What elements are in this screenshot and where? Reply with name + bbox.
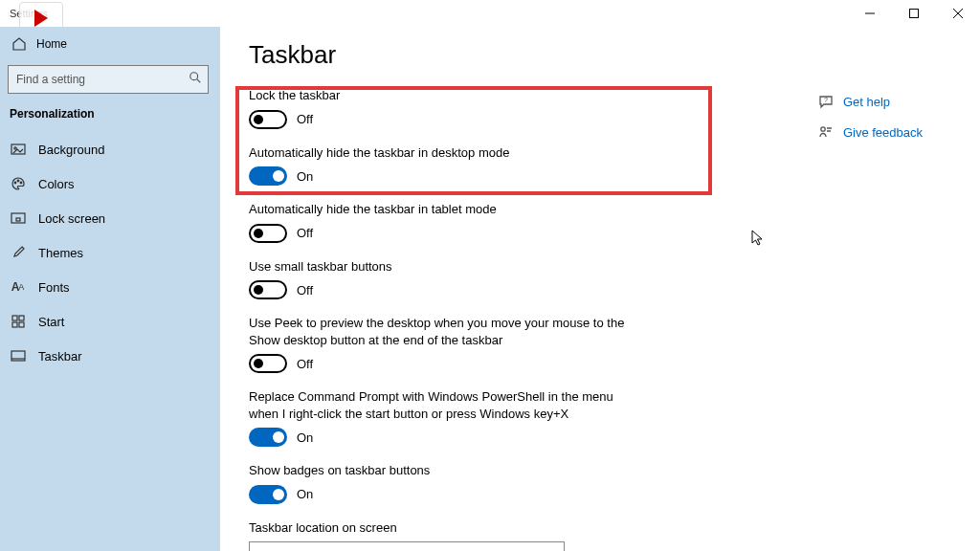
sidebar-item-lockscreen[interactable]: Lock screen bbox=[8, 201, 212, 235]
svg-point-7 bbox=[14, 147, 16, 149]
toggle-state: On bbox=[297, 169, 313, 184]
svg-text:?: ? bbox=[824, 97, 828, 103]
chat-help-icon: ? bbox=[818, 94, 834, 109]
svg-rect-15 bbox=[12, 322, 17, 327]
toggle-state: Off bbox=[297, 226, 313, 240]
sidebar-item-colors[interactable]: Colors bbox=[8, 166, 212, 201]
dropdown-taskbar-location[interactable]: Bottom bbox=[249, 541, 565, 551]
svg-rect-1 bbox=[910, 10, 919, 18]
svg-point-9 bbox=[17, 180, 19, 182]
feedback-icon bbox=[818, 124, 834, 140]
home-icon bbox=[10, 34, 29, 54]
help-link-label: Give feedback bbox=[843, 125, 923, 140]
toggle-state: Off bbox=[297, 283, 313, 298]
brush-icon bbox=[10, 244, 27, 261]
setting-label: Automatically hide the taskbar in tablet… bbox=[249, 201, 632, 218]
start-icon bbox=[10, 313, 27, 330]
setting-autohide-desktop: Automatically hide the taskbar in deskto… bbox=[249, 144, 632, 187]
setting-powershell: Replace Command Prompt with Windows Powe… bbox=[249, 388, 632, 447]
help-panel: ? Get help Give feedback bbox=[818, 94, 923, 140]
sidebar-item-label: Start bbox=[38, 315, 64, 329]
taskbar-icon bbox=[10, 347, 27, 364]
sidebar-item-label: Background bbox=[38, 143, 104, 157]
sidebar-item-fonts[interactable]: AA Fonts bbox=[8, 270, 212, 304]
setting-small-buttons: Use small taskbar buttons Off bbox=[249, 258, 632, 300]
sidebar-item-start[interactable]: Start bbox=[8, 304, 212, 339]
help-link-label: Get help bbox=[843, 95, 890, 109]
toggle-lock-taskbar[interactable] bbox=[249, 110, 287, 129]
image-icon bbox=[10, 141, 27, 158]
page-title: Taskbar bbox=[249, 40, 951, 70]
category-title: Personalization bbox=[10, 107, 212, 121]
sidebar-item-label: Taskbar bbox=[38, 349, 82, 364]
search-icon bbox=[189, 71, 202, 88]
sidebar-item-label: Colors bbox=[38, 177, 75, 191]
settings-window: SUBSCRIBE Settings Home bbox=[0, 0, 980, 551]
svg-rect-12 bbox=[16, 218, 20, 221]
setting-label: Show badges on taskbar buttons bbox=[249, 462, 632, 479]
toggle-state: On bbox=[297, 487, 313, 501]
svg-point-10 bbox=[20, 182, 22, 184]
maximize-button[interactable] bbox=[892, 0, 936, 27]
svg-rect-13 bbox=[12, 316, 17, 320]
svg-point-8 bbox=[14, 182, 16, 184]
sidebar-item-background[interactable]: Background bbox=[8, 132, 212, 166]
fonts-icon: AA bbox=[10, 278, 27, 296]
toggle-small-buttons[interactable] bbox=[249, 280, 287, 299]
svg-rect-16 bbox=[19, 322, 24, 327]
palette-icon bbox=[10, 175, 27, 192]
sidebar: Home Personalization Background bbox=[0, 27, 220, 551]
setting-peek: Use Peek to preview the desktop when you… bbox=[249, 315, 632, 373]
setting-taskbar-location: Taskbar location on screen Bottom bbox=[249, 519, 632, 551]
cursor-pointer-icon bbox=[751, 230, 765, 247]
toggle-autohide-desktop[interactable] bbox=[249, 166, 287, 186]
toggle-peek[interactable] bbox=[249, 354, 287, 373]
get-help-link[interactable]: ? Get help bbox=[818, 94, 923, 109]
svg-point-4 bbox=[190, 73, 198, 80]
setting-autohide-tablet: Automatically hide the taskbar in tablet… bbox=[249, 201, 632, 243]
setting-label: Taskbar location on screen bbox=[249, 519, 632, 537]
setting-lock-taskbar: Lock the taskbar Off bbox=[249, 87, 632, 129]
svg-rect-14 bbox=[19, 316, 24, 320]
toggle-powershell[interactable] bbox=[249, 428, 287, 447]
sidebar-item-taskbar[interactable]: Taskbar bbox=[8, 339, 212, 373]
toggle-state: Off bbox=[297, 112, 313, 126]
setting-label: Use small taskbar buttons bbox=[249, 258, 632, 276]
titlebar: Settings bbox=[0, 0, 980, 27]
sidebar-item-label: Fonts bbox=[38, 280, 70, 295]
search-input[interactable] bbox=[9, 66, 208, 93]
svg-point-20 bbox=[821, 127, 825, 131]
close-button[interactable] bbox=[936, 0, 980, 27]
nav-list: Background Colors Lock screen Themes AA … bbox=[8, 132, 212, 373]
home-link[interactable]: Home bbox=[8, 27, 212, 57]
sidebar-item-themes[interactable]: Themes bbox=[8, 235, 212, 270]
setting-label: Use Peek to preview the desktop when you… bbox=[249, 315, 632, 348]
give-feedback-link[interactable]: Give feedback bbox=[818, 124, 923, 140]
minimize-button[interactable] bbox=[848, 0, 892, 27]
setting-badges: Show badges on taskbar buttons On bbox=[249, 462, 632, 504]
toggle-state: On bbox=[297, 430, 313, 445]
toggle-state: Off bbox=[297, 357, 313, 371]
home-label: Home bbox=[36, 37, 67, 51]
setting-label: Replace Command Prompt with Windows Powe… bbox=[249, 388, 632, 422]
lockscreen-icon bbox=[10, 209, 27, 227]
svg-line-5 bbox=[197, 79, 201, 83]
toggle-badges[interactable] bbox=[249, 485, 287, 504]
main-content: Taskbar Lock the taskbar Off Automatical… bbox=[220, 27, 980, 551]
window-title: Settings bbox=[10, 8, 48, 19]
sidebar-item-label: Themes bbox=[38, 246, 83, 260]
window-controls bbox=[848, 0, 980, 27]
setting-label: Lock the taskbar bbox=[249, 87, 632, 104]
toggle-autohide-tablet[interactable] bbox=[249, 224, 287, 243]
setting-label: Automatically hide the taskbar in deskto… bbox=[249, 144, 632, 162]
sidebar-item-label: Lock screen bbox=[38, 211, 105, 226]
search-box[interactable] bbox=[8, 65, 209, 94]
